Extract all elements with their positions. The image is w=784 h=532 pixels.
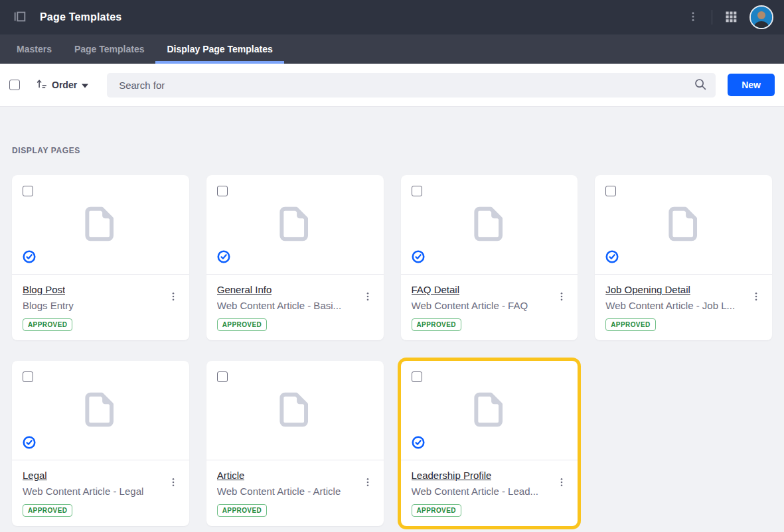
card-actions-button[interactable] xyxy=(357,287,378,308)
status-badge: APPROVED xyxy=(217,318,267,331)
card-actions-button[interactable] xyxy=(163,472,184,494)
file-icon xyxy=(80,203,121,247)
product-menu-icon xyxy=(13,9,27,26)
page-title: Page Templates xyxy=(40,11,121,23)
product-menu-button[interactable] xyxy=(9,7,31,28)
apps-grid-icon xyxy=(724,10,738,25)
card-subtitle: Web Content Article - Article xyxy=(217,486,357,497)
card-checkbox[interactable] xyxy=(217,371,228,382)
card-title-link[interactable]: Blog Post xyxy=(23,284,65,295)
card-subtitle: Web Content Article - Basi... xyxy=(217,300,357,311)
card-general-info: General Info Web Content Article - Basi.… xyxy=(206,175,384,340)
card-subtitle: Web Content Article - Job L... xyxy=(605,300,745,311)
status-badge: APPROVED xyxy=(217,504,267,517)
order-label: Order xyxy=(52,80,77,90)
card-subtitle: Web Content Article - FAQ xyxy=(412,300,552,311)
card-info: Article Web Content Article - Article AP… xyxy=(206,460,384,526)
card-preview xyxy=(12,175,189,275)
card-checkbox[interactable] xyxy=(412,371,422,382)
order-dropdown[interactable]: Order xyxy=(36,78,88,92)
management-toolbar: Order New xyxy=(0,64,784,107)
card-info: Blog Post Blogs Entry APPROVED xyxy=(12,275,189,340)
kebab-vertical-icon xyxy=(751,292,761,303)
card-checkbox[interactable] xyxy=(23,186,33,196)
card-faq-detail: FAQ Detail Web Content Article - FAQ APP… xyxy=(401,175,578,340)
card-preview xyxy=(595,175,772,275)
card-leadership-profile: Leadership Profile Web Content Article -… xyxy=(401,361,578,526)
card-title-link[interactable]: FAQ Detail xyxy=(412,284,460,295)
card-actions-button[interactable] xyxy=(551,472,572,494)
status-badge: APPROVED xyxy=(412,318,461,331)
file-icon xyxy=(80,389,121,432)
cards-grid: Blog Post Blogs Entry APPROVED xyxy=(12,175,772,526)
select-all-checkbox[interactable] xyxy=(9,80,20,90)
card-blog-post: Blog Post Blogs Entry APPROVED xyxy=(12,175,189,340)
card-info: Job Opening Detail Web Content Article -… xyxy=(595,275,772,340)
status-badge: APPROVED xyxy=(605,318,655,331)
tab-display-page-templates[interactable]: Display Page Templates xyxy=(155,34,283,64)
card-title-link[interactable]: Legal xyxy=(23,470,47,481)
search-bar xyxy=(107,73,716,98)
check-circle-icon xyxy=(411,249,426,267)
check-circle-icon xyxy=(411,435,426,452)
kebab-vertical-icon xyxy=(363,292,372,303)
card-checkbox[interactable] xyxy=(23,371,33,382)
kebab-vertical-icon xyxy=(557,292,566,303)
kebab-vertical-icon xyxy=(169,292,178,303)
card-checkbox[interactable] xyxy=(217,186,228,196)
tabbar: Masters Page Templates Display Page Temp… xyxy=(0,34,784,64)
caret-down-icon xyxy=(82,80,88,90)
tab-masters[interactable]: Masters xyxy=(5,34,63,64)
avatar[interactable] xyxy=(749,5,773,29)
card-job-opening-detail: Job Opening Detail Web Content Article -… xyxy=(595,175,772,340)
card-actions-button[interactable] xyxy=(551,287,572,308)
header-options-button[interactable] xyxy=(682,7,704,28)
app-header: Page Templates xyxy=(0,0,784,34)
apps-grid-button[interactable] xyxy=(720,7,742,28)
card-actions-button[interactable] xyxy=(163,287,184,308)
card-actions-button[interactable] xyxy=(357,472,378,494)
card-preview xyxy=(401,361,578,460)
file-icon xyxy=(469,389,510,432)
card-checkbox[interactable] xyxy=(605,186,616,196)
card-subtitle: Web Content Article - Legal xyxy=(23,486,163,497)
card-info: Leadership Profile Web Content Article -… xyxy=(401,460,578,526)
kebab-vertical-icon xyxy=(557,478,566,489)
card-info: General Info Web Content Article - Basi.… xyxy=(206,275,384,340)
kebab-vertical-icon xyxy=(363,478,372,489)
check-circle-icon xyxy=(216,249,231,267)
status-badge: APPROVED xyxy=(23,504,72,517)
card-legal: Legal Web Content Article - Legal APPROV… xyxy=(12,361,189,526)
card-preview xyxy=(206,175,384,275)
check-circle-icon xyxy=(22,249,37,267)
search-input[interactable] xyxy=(107,73,716,98)
card-subtitle: Blogs Entry xyxy=(23,300,163,311)
check-circle-icon xyxy=(605,249,619,267)
tab-label: Page Templates xyxy=(74,44,145,54)
tab-page-templates[interactable]: Page Templates xyxy=(63,34,156,64)
status-badge: APPROVED xyxy=(23,318,72,331)
tab-label: Display Page Templates xyxy=(167,44,272,54)
status-badge: APPROVED xyxy=(412,504,461,517)
card-title-link[interactable]: General Info xyxy=(217,284,272,295)
new-button[interactable]: New xyxy=(728,74,775,96)
sort-order-icon xyxy=(36,78,47,92)
file-icon xyxy=(274,203,315,247)
card-checkbox[interactable] xyxy=(412,186,422,196)
card-preview xyxy=(12,361,189,460)
card-title-link[interactable]: Job Opening Detail xyxy=(605,284,690,295)
card-actions-button[interactable] xyxy=(745,287,767,308)
card-info: Legal Web Content Article - Legal APPROV… xyxy=(12,460,189,526)
tab-label: Masters xyxy=(17,44,52,54)
file-icon xyxy=(663,203,704,247)
card-article: Article Web Content Article - Article AP… xyxy=(206,361,384,526)
card-title-link[interactable]: Article xyxy=(217,470,245,481)
section-title: DISPLAY PAGES xyxy=(12,146,772,155)
search-button[interactable] xyxy=(689,74,712,96)
card-info: FAQ Detail Web Content Article - FAQ APP… xyxy=(401,275,578,340)
search-icon xyxy=(694,78,707,93)
file-icon xyxy=(274,389,315,432)
card-title-link[interactable]: Leadership Profile xyxy=(412,470,492,481)
card-preview xyxy=(206,361,384,460)
card-preview xyxy=(401,175,578,275)
